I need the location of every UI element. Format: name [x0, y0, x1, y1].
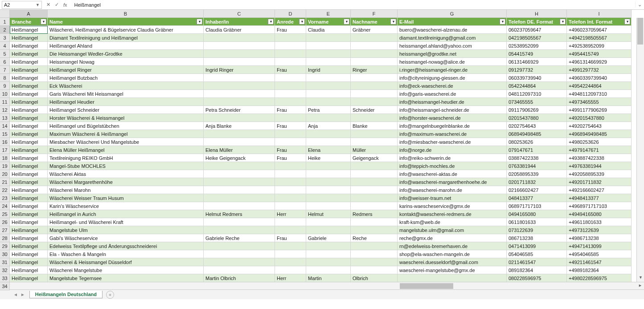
filter-icon[interactable]: ▾	[500, 19, 505, 24]
cell[interactable]: Martin	[306, 274, 351, 282]
row-header[interactable]: 4	[0, 42, 10, 50]
cell[interactable]	[204, 242, 275, 250]
cell[interactable]: +49494165080	[567, 210, 632, 218]
cell[interactable]: info@teppich-mochles.de	[398, 162, 507, 170]
cell[interactable]: +492058895339	[567, 170, 632, 178]
cell[interactable]	[204, 114, 275, 122]
cell[interactable]: heissmangel.ahland@yahoo.com	[398, 42, 507, 50]
cell[interactable]: +493887422338	[567, 154, 632, 162]
cell[interactable]: Heißmangel	[10, 74, 48, 82]
cell[interactable]: Eck Wäscherei	[48, 82, 204, 90]
cell[interactable]	[204, 258, 275, 266]
cell[interactable]: Heißmangel	[10, 258, 48, 266]
cell[interactable]: Herr	[275, 210, 306, 218]
cell[interactable]: 02166602427	[507, 186, 567, 194]
cell[interactable]: Heißmangel	[10, 178, 48, 186]
cell[interactable]: +4980228596975	[567, 274, 632, 282]
row-header[interactable]: 9	[0, 82, 10, 90]
cell[interactable]	[306, 178, 351, 186]
cell[interactable]	[204, 202, 275, 210]
row-header[interactable]: 17	[0, 146, 10, 154]
cell[interactable]: +4989182364	[567, 266, 632, 274]
cell[interactable]: 086713238	[507, 234, 567, 242]
cell[interactable]: info@waescherei-aktas.de	[398, 170, 507, 178]
row-header[interactable]: 24	[0, 202, 10, 210]
cell[interactable]: waescherei-mangelstube@gmx.de	[398, 266, 507, 274]
cell[interactable]: mangelstube.ulm@gmail.com	[398, 226, 507, 234]
cell[interactable]: Heißmangel	[10, 50, 48, 58]
cell[interactable]: +492538952099	[567, 42, 632, 50]
cell[interactable]: Die Heissmangel Wedler-Grodtke	[48, 50, 204, 58]
cell[interactable]: Heißmangel	[10, 130, 48, 138]
filter-icon[interactable]: ▾	[390, 19, 396, 24]
cell[interactable]: 0494165080	[507, 210, 567, 218]
cell[interactable]: Helmut	[306, 210, 351, 218]
filter-icon[interactable]: ▾	[344, 19, 349, 24]
filter-icon[interactable]: ▾	[560, 19, 566, 24]
column-header[interactable]: E	[306, 10, 351, 18]
cell[interactable]	[351, 98, 398, 106]
select-all-corner[interactable]	[0, 10, 10, 18]
cell[interactable]	[398, 274, 507, 282]
cell[interactable]: Heißmangel	[10, 242, 48, 250]
add-sheet-icon[interactable]: +	[106, 291, 114, 299]
cell[interactable]	[306, 50, 351, 58]
cell[interactable]	[204, 218, 275, 226]
cell[interactable]: Reche	[351, 234, 398, 242]
row-header[interactable]: 31	[0, 258, 10, 266]
cell[interactable]: Redmers	[351, 210, 398, 218]
cell[interactable]: Heißmangel	[10, 234, 48, 242]
cell[interactable]	[275, 258, 306, 266]
table-header-cell[interactable]: Anrede▾	[275, 18, 306, 26]
cell[interactable]: Helmut Redmers	[204, 210, 275, 218]
row-header[interactable]: 30	[0, 250, 10, 258]
cell[interactable]: Heißmangel	[10, 42, 48, 50]
cell[interactable]: 02538952099	[507, 42, 567, 50]
cell[interactable]: Wäscherei & Heissmangel Düsseldorf	[48, 258, 204, 266]
cell[interactable]	[306, 226, 351, 234]
cell[interactable]: Heißmangel- und Wäscherei Kraft	[48, 218, 204, 226]
row-header[interactable]: 15	[0, 130, 10, 138]
cell[interactable]	[275, 202, 306, 210]
cell[interactable]: Ringer	[351, 66, 398, 74]
cell[interactable]	[306, 266, 351, 274]
cell[interactable]: 060237059647	[507, 26, 567, 34]
cell[interactable]	[275, 138, 306, 146]
cell[interactable]: diamant.textilreinigung@gmail.com	[398, 34, 507, 42]
cell[interactable]: Elena Müller	[204, 146, 275, 154]
row-header[interactable]: 2	[0, 26, 10, 34]
scroll-down-icon[interactable]: ▼	[637, 274, 644, 282]
cell[interactable]: Maximum Wäscherei & Heißmangel	[48, 130, 204, 138]
cell[interactable]	[275, 34, 306, 42]
filter-icon[interactable]: ▾	[197, 19, 202, 24]
table-header-cell[interactable]: Inhaber/in▾	[204, 18, 275, 26]
cell[interactable]: Heißmangel Schneider	[48, 106, 204, 114]
cell[interactable]: karins-waescheservice@gmx.de	[398, 202, 507, 210]
cell[interactable]: Elena Müller Heißmangel	[48, 146, 204, 154]
cell[interactable]: Herr	[275, 274, 306, 282]
cell[interactable]	[351, 42, 398, 50]
cell[interactable]: Ingrid	[306, 66, 351, 74]
scroll-thumb[interactable]	[637, 18, 643, 45]
filter-icon[interactable]: ▾	[268, 19, 274, 24]
cell[interactable]	[306, 130, 351, 138]
cell[interactable]: +49202754643	[567, 122, 632, 130]
fx-icon[interactable]: fx	[63, 2, 67, 8]
cell[interactable]: 089182364	[507, 266, 567, 274]
cell[interactable]: Frau	[275, 26, 306, 34]
cell[interactable]: 080253626	[507, 138, 567, 146]
cell[interactable]	[351, 218, 398, 226]
cell[interactable]: Heißmangel	[10, 26, 48, 34]
row-header[interactable]: 14	[0, 122, 10, 130]
cell[interactable]: +4979147671	[567, 146, 632, 154]
cell[interactable]: +49611801633	[567, 218, 632, 226]
cell[interactable]	[275, 82, 306, 90]
cell[interactable]	[275, 162, 306, 170]
cell[interactable]: info@waescherei-marohn.de	[398, 186, 507, 194]
cell[interactable]: buero@waescherei-alzenau.de	[398, 26, 507, 34]
cell[interactable]: Heißmangel	[10, 138, 48, 146]
cell[interactable]: info@mangelnbuegelnblanke.de	[398, 122, 507, 130]
cell[interactable]: Karin's Wäscheservice	[48, 202, 204, 210]
cell[interactable]: 042198505567	[507, 34, 567, 42]
row-header[interactable]: 27	[0, 226, 10, 234]
